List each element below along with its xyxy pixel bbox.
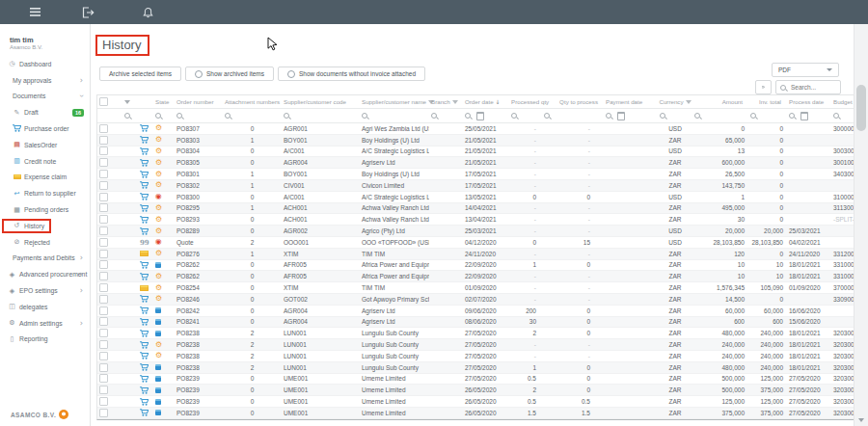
table-row[interactable]: PO82382LUN001Lungulu Sub County27/05/202… (97, 362, 856, 374)
scrollbar-thumb[interactable] (856, 85, 866, 131)
column-header-cur[interactable]: Currency (658, 98, 692, 105)
row-checkbox[interactable] (99, 146, 108, 155)
filter-cell-paydate[interactable] (604, 112, 658, 120)
filter-cell-att[interactable] (223, 113, 282, 119)
search-icon[interactable] (606, 113, 611, 119)
column-header-code[interactable]: Supplier/customer code (282, 98, 360, 105)
column-filter-icon[interactable] (686, 100, 692, 104)
row-checkbox[interactable] (99, 181, 108, 190)
filter-cell-name[interactable] (360, 113, 429, 119)
row-checkbox[interactable] (99, 386, 108, 394)
table-row[interactable]: PO82410AGR004Agriserv Ltd08/06/2020300ZA… (97, 317, 856, 329)
table-row[interactable]: ⚙PO83011BOY001Boy Holdings (U) Ltd17/05/… (97, 169, 856, 180)
table-row[interactable]: ⚙PO83031BOY001Boy Holdings (U) Ltd21/05/… (97, 135, 856, 146)
table-row[interactable]: ⚙PO82890AGR002Agrico (Pty) Ltd25/03/2021… (97, 226, 856, 237)
column-header-name[interactable]: Supplier/customer name (360, 98, 429, 105)
table-row[interactable]: PO82390UME001Umeme Limited26/05/20200.50… (97, 396, 856, 408)
show-without-invoice-button[interactable]: Show documents without invoice attached (278, 67, 425, 81)
row-checkbox[interactable] (99, 215, 108, 224)
search-icon[interactable] (465, 113, 471, 119)
filter-cell-inv[interactable] (748, 113, 787, 119)
column-header-procdate[interactable]: Process date (787, 98, 831, 105)
filter-cell-branch[interactable] (429, 113, 463, 119)
row-checkbox[interactable] (99, 238, 108, 247)
sidebar-item-my-approvals[interactable]: My approvals› (0, 72, 90, 89)
row-checkbox[interactable] (99, 203, 108, 212)
calendar-icon[interactable] (617, 112, 625, 120)
table-row[interactable]: ⚙PO82382LUN001Lungulu Sub County27/05/20… (97, 351, 856, 362)
row-checkbox[interactable] (99, 136, 108, 145)
row-checkbox[interactable] (99, 329, 108, 337)
sidebar-item-credit-note[interactable]: ▥Credit note (0, 153, 90, 170)
search-icon[interactable] (284, 113, 289, 119)
calendar-icon[interactable] (800, 112, 808, 120)
search-icon[interactable] (660, 113, 665, 119)
search-icon[interactable] (789, 113, 795, 119)
search-icon[interactable] (362, 113, 367, 119)
filter-cell-procdate[interactable] (787, 112, 831, 120)
search-icon[interactable] (750, 113, 756, 119)
bell-icon[interactable] (141, 6, 154, 18)
sidebar-item-salesorder[interactable]: ▤SalesOrder (0, 137, 90, 153)
column-header-amount[interactable]: Amount (692, 98, 748, 105)
search-input[interactable] (789, 83, 841, 92)
export-format-select[interactable]: PDF (772, 63, 839, 77)
column-header-att[interactable]: Attachment numbers (223, 98, 282, 105)
sidebar-item-admin-settings[interactable]: ⚙Admin settings› (0, 315, 90, 332)
search-icon[interactable] (124, 113, 130, 119)
sidebar-item-delegates[interactable]: ◫delegates (0, 299, 90, 315)
sidebar-item-purchase-order[interactable]: Purchase order (0, 120, 90, 137)
filter-cell-cur[interactable] (658, 113, 692, 119)
table-row[interactable]: PO82382LUN001Lungulu Sub County27/05/202… (97, 328, 856, 339)
select-all-checkbox[interactable] (99, 97, 108, 106)
table-row[interactable]: PO82420AGR004Agriserv Ltd09/06/20202000Z… (97, 306, 856, 317)
export-button[interactable] (755, 80, 772, 94)
row-checkbox[interactable] (99, 250, 108, 258)
column-header-state[interactable]: State (153, 98, 175, 105)
filter-cell-clear[interactable] (122, 113, 138, 119)
search-icon[interactable] (544, 113, 550, 119)
sidebar-item-dashboard[interactable]: ◷Dashboard (0, 56, 90, 72)
sidebar-item-epo-settings[interactable]: ◈EPO settings› (0, 282, 90, 299)
search-icon[interactable] (225, 113, 231, 119)
column-header-order[interactable]: Order number (175, 98, 223, 105)
row-checkbox[interactable] (99, 272, 108, 280)
row-checkbox[interactable] (99, 295, 108, 304)
column-header-clear[interactable] (122, 100, 138, 104)
sidebar-item-payments-and-debits[interactable]: Payments and Debits› (0, 251, 90, 267)
filter-cell-order[interactable] (175, 113, 223, 119)
menu-icon[interactable] (28, 6, 41, 18)
filter-cell-pqty[interactable] (509, 113, 542, 119)
row-checkbox[interactable] (99, 170, 108, 178)
table-row[interactable]: PO82390UME001Umeme Limited26/05/20201.51… (97, 408, 856, 419)
table-row[interactable]: ◉PO83000A/C001A/C Strategic Logistics Lt… (97, 192, 856, 203)
row-checkbox[interactable] (99, 124, 108, 133)
column-header-paydate[interactable]: Payment date (604, 98, 658, 105)
vertical-scrollbar[interactable] (854, 24, 868, 426)
filter-cell-qtp[interactable] (542, 113, 604, 119)
column-header-odate[interactable]: Order date↓ (463, 98, 509, 105)
column-header-cb[interactable] (97, 97, 122, 106)
table-row[interactable]: ⚙PO82382LUN001Lungulu Sub County27/05/20… (97, 339, 856, 351)
column-header-branch[interactable]: Branch (429, 98, 463, 105)
sidebar-item-expense-claim[interactable]: Expense claim (0, 170, 90, 186)
logout-icon[interactable] (81, 6, 95, 18)
filter-cell-odate[interactable] (463, 112, 509, 120)
row-checkbox[interactable] (99, 226, 108, 235)
sidebar-item-reporting[interactable]: ▯Reporting (0, 332, 90, 348)
row-checkbox[interactable] (99, 397, 108, 406)
sidebar-item-draft[interactable]: ✎Draft16 (0, 104, 90, 120)
table-row[interactable]: ⚙PO82951ACH001Achwa Valley Ranch Ltd14/0… (97, 203, 856, 215)
table-row[interactable]: ⚙PO82761XTIMTIM TIM24/11/2020--ZAR120024… (97, 249, 856, 260)
search-icon[interactable] (833, 113, 839, 119)
table-row[interactable]: ⚙PO83050AGR004Agriserv Ltd21/05/2021--ZA… (97, 157, 856, 169)
show-archived-button[interactable]: Show archived items (185, 67, 274, 81)
table-row[interactable]: PO82620AFR005Africa Power and Equipment…… (97, 260, 856, 272)
table-row[interactable]: ⚙PO83021CIV001Civicon Limited17/05/2021-… (97, 180, 856, 192)
sidebar-item-advanced-procurement[interactable]: ◈Advanced procurement› (0, 266, 90, 282)
sidebar-item-pending-orders[interactable]: ▦Pending orders (0, 201, 90, 218)
row-checkbox[interactable] (99, 193, 108, 201)
table-row[interactable]: ⚙PO82540XTIMTIM TIM01/09/2020--ZAR1,576,… (97, 282, 856, 294)
table-row[interactable]: PO82390UME001Umeme Limited26/05/202020ZA… (97, 385, 856, 396)
row-checkbox[interactable] (99, 352, 108, 360)
